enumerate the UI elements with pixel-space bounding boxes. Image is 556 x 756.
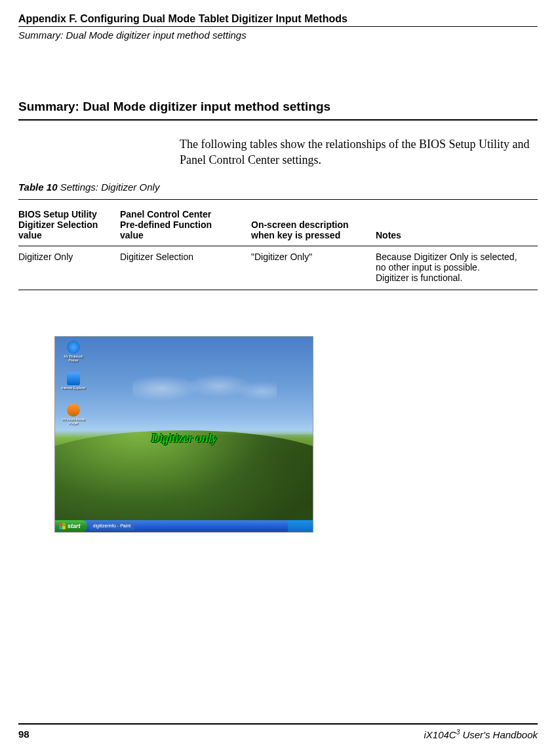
internet-explorer-shortcut[interactable]: Internet Explorer xyxy=(59,372,88,401)
table-caption: Table 10 Settings: Digitizer Only xyxy=(18,181,538,200)
header-panel: Panel Control Center Pre-defined Functio… xyxy=(120,206,251,246)
start-button[interactable]: start xyxy=(55,520,87,532)
settings-table: BIOS Setup Utility Digitizer Selection v… xyxy=(18,206,538,290)
hill-shadow xyxy=(158,434,313,533)
header-bios: BIOS Setup Utility Digitizer Selection v… xyxy=(18,206,120,246)
windows-flag-icon xyxy=(59,523,66,529)
windows-media-player-icon xyxy=(67,404,80,417)
handbook-label: iX104C3 User's Handbook xyxy=(424,728,538,740)
page-subtitle: Summary: Dual Mode digitizer input metho… xyxy=(18,29,538,41)
header-notes: Notes xyxy=(376,206,538,246)
bluetooth-icon xyxy=(67,341,80,354)
desktop-icons: My Bluetooth Places Internet Explorer Wi… xyxy=(59,341,92,435)
table-label: Table 10 xyxy=(18,181,57,193)
section-heading: Summary: Dual Mode digitizer input metho… xyxy=(18,100,538,121)
appendix-title: Appendix F. Configuring Dual Mode Tablet… xyxy=(18,13,538,25)
taskbar[interactable]: start digitizerinfo - Paint xyxy=(55,520,313,532)
cell-notes: Because Digitizer Only is selected, no o… xyxy=(376,246,538,290)
cell-bios: Digitizer Only xyxy=(18,246,120,290)
internet-explorer-icon xyxy=(67,372,80,385)
table-header-row: BIOS Setup Utility Digitizer Selection v… xyxy=(18,206,538,246)
intro-paragraph: The following tables show the relationsh… xyxy=(180,136,538,168)
page-header: Appendix F. Configuring Dual Mode Tablet… xyxy=(18,13,538,27)
cell-panel: Digitizer Selection xyxy=(120,246,251,290)
windows-desktop-screenshot: My Bluetooth Places Internet Explorer Wi… xyxy=(54,336,313,533)
header-onscreen: On-screen description when key is presse… xyxy=(251,206,376,246)
windows-media-player-shortcut[interactable]: Windows Media Player xyxy=(59,404,88,432)
system-tray[interactable] xyxy=(288,520,313,532)
sky-clouds xyxy=(132,375,277,402)
digitizer-overlay-text: Digitizer only xyxy=(151,431,217,445)
table-row: Digitizer Only Digitizer Selection "Digi… xyxy=(18,246,538,290)
page-footer: 98 iX104C3 User's Handbook xyxy=(18,723,538,740)
cell-onscreen: "Digitizer Only" xyxy=(251,246,376,290)
taskbar-item[interactable]: digitizerinfo - Paint xyxy=(89,521,135,531)
bluetooth-places-icon[interactable]: My Bluetooth Places xyxy=(59,341,88,369)
page-number: 98 xyxy=(18,728,30,740)
